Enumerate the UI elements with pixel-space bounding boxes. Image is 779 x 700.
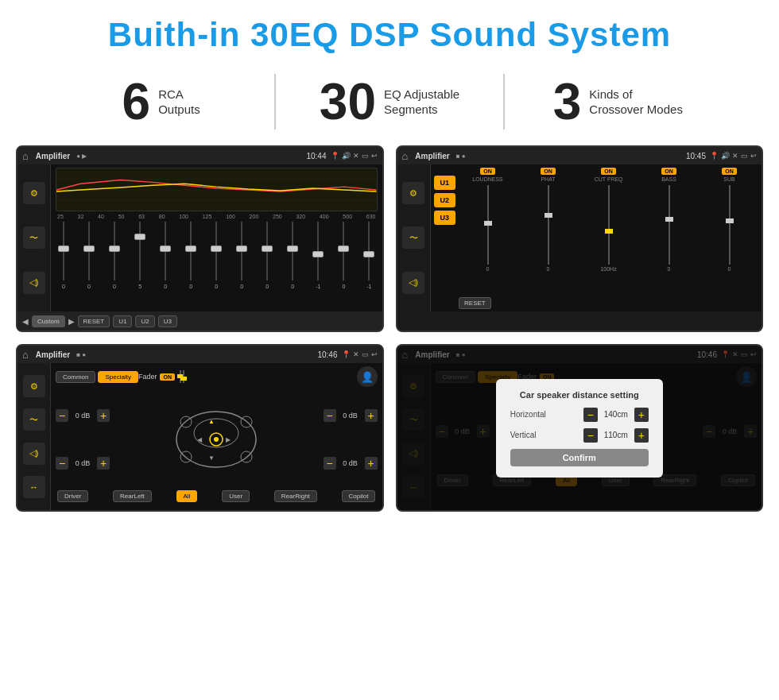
u2-btn[interactable]: U2 <box>135 315 154 327</box>
u3-btn[interactable]: U3 <box>158 315 177 327</box>
ctrl-bass: ON BASS 0 <box>640 168 698 273</box>
plus-br[interactable]: + <box>365 457 378 470</box>
fader-bottom: Driver RearLeft All User RearRight Copil… <box>56 490 378 502</box>
volume-icon-2: 🔊 <box>721 152 730 160</box>
play-icon[interactable]: ▶ <box>68 317 75 326</box>
speaker-icon-btn-2[interactable]: ◁) <box>402 272 424 294</box>
custom-btn[interactable]: Custom <box>32 315 65 327</box>
crossover-reset[interactable]: RESET <box>459 297 491 309</box>
rearleft-btn[interactable]: RearLeft <box>113 490 152 502</box>
eq-slider-4[interactable]: 0 <box>159 222 172 289</box>
app-name-3: Amplifier <box>36 350 70 359</box>
car-svg: ▲ ▼ ◀ ▶ <box>169 400 264 479</box>
volume-icon-1: 🔊 <box>342 152 351 160</box>
speaker-icon-btn-3[interactable]: ◁) <box>23 443 45 465</box>
loudness-on[interactable]: ON <box>480 168 495 175</box>
back-icon-2: ↩ <box>750 152 757 160</box>
status-bar-3: ⌂ Amplifier ■ ● 10:46 📍 ✕ ▭ ↩ <box>17 346 382 363</box>
stat-number-crossover: 3 <box>553 76 582 127</box>
vertical-label: Vertical <box>510 431 562 439</box>
user-icon[interactable]: 👤 <box>357 366 378 387</box>
location-icon-1: 📍 <box>331 152 339 160</box>
dialog-row-vertical: Vertical − 110cm + <box>510 428 649 443</box>
bass-on[interactable]: ON <box>661 168 676 175</box>
svg-text:▲: ▲ <box>208 418 215 425</box>
horizontal-minus[interactable]: − <box>583 408 598 422</box>
reset-btn[interactable]: RESET <box>78 315 110 327</box>
stat-eq: 30 EQ Adjustable Segments <box>276 76 502 127</box>
minus-tr[interactable]: − <box>324 409 336 422</box>
vol-row-tr: − 0 dB + <box>324 409 378 422</box>
time-1: 10:44 <box>306 152 326 160</box>
left-panel-3: ⚙ 〜 ◁) ↔ <box>17 363 51 510</box>
eq-graph <box>56 168 378 211</box>
eq-slider-10[interactable]: -1 <box>312 222 324 289</box>
driver-btn[interactable]: Driver <box>57 490 88 502</box>
car-fader-layout: − 0 dB + − 0 dB + <box>56 392 378 487</box>
copilot-btn[interactable]: Copilot <box>342 490 376 502</box>
rearright-btn[interactable]: RearRight <box>274 490 317 502</box>
u1-btn[interactable]: U1 <box>113 315 132 327</box>
battery-icon-2: ▭ <box>741 152 748 160</box>
prev-icon[interactable]: ◀ <box>22 317 29 326</box>
eq-slider-11[interactable]: 0 <box>337 222 350 289</box>
plus-bl[interactable]: + <box>97 457 110 470</box>
battery-icon-1: ▭ <box>362 152 369 160</box>
app-name-1: Amplifier <box>36 152 70 160</box>
ctrl-cutfreq: ON CUT FREQ 100Hz <box>579 168 638 273</box>
minus-bl[interactable]: − <box>56 457 68 470</box>
plus-tr[interactable]: + <box>365 409 378 422</box>
minus-tl[interactable]: − <box>56 409 68 422</box>
horizontal-value: 140cm <box>601 410 631 419</box>
eq-bottom-bar: ◀ Custom ▶ RESET U1 U2 U3 <box>17 311 382 331</box>
u3-button[interactable]: U3 <box>434 211 456 225</box>
eq-slider-6[interactable]: 0 <box>210 222 223 289</box>
ctrl-loudness: ON LOUDNESS 0 <box>459 168 517 273</box>
tab-specialty[interactable]: Specialty <box>98 371 138 383</box>
location-icon-2: 📍 <box>710 152 719 160</box>
vertical-control: − 110cm + <box>583 428 649 443</box>
eq-slider-0[interactable]: 0 <box>57 222 70 289</box>
eq-slider-5[interactable]: 0 <box>184 222 197 289</box>
tab-common[interactable]: Common <box>56 371 95 383</box>
confirm-button[interactable]: Confirm <box>510 449 649 466</box>
svg-text:▼: ▼ <box>208 454 215 462</box>
screen-crossover: ⌂ Amplifier ■ ● 10:45 📍 🔊 ✕ ▭ ↩ ⚙ 〜 ◁) <box>396 145 764 332</box>
sub-on[interactable]: ON <box>722 168 737 175</box>
phat-on[interactable]: ON <box>541 168 556 175</box>
wave-icon-btn-3[interactable]: 〜 <box>23 408 45 431</box>
all-btn[interactable]: All <box>176 490 198 502</box>
u1-button[interactable]: U1 <box>434 176 456 190</box>
horizontal-plus[interactable]: + <box>634 408 649 422</box>
cutfreq-on[interactable]: ON <box>601 168 616 175</box>
wave-icon-btn-2[interactable]: 〜 <box>402 226 424 249</box>
status-bar-2: ⌂ Amplifier ■ ● 10:45 📍 🔊 ✕ ▭ ↩ <box>397 147 762 164</box>
u2-button[interactable]: U2 <box>434 193 456 207</box>
user-btn[interactable]: User <box>222 490 250 502</box>
eq-slider-3[interactable]: 5 <box>134 222 146 289</box>
vertical-minus[interactable]: − <box>583 428 598 443</box>
fader-label-area: Fader ON <box>138 370 184 383</box>
eq-slider-2[interactable]: 0 <box>108 222 121 289</box>
eq-slider-7[interactable]: 0 <box>235 222 248 289</box>
speaker-icon-btn[interactable]: ◁) <box>23 272 45 294</box>
minus-br[interactable]: − <box>324 457 336 470</box>
eq-slider-8[interactable]: 0 <box>261 222 273 289</box>
screen-fader: ⌂ Amplifier ■ ● 10:46 📍 ✕ ▭ ↩ ⚙ 〜 ◁) ↔ <box>16 344 384 512</box>
dialog-title: Car speaker distance setting <box>510 390 649 400</box>
eq-icon-btn[interactable]: ⚙ <box>23 182 45 204</box>
eq-slider-12[interactable]: -1 <box>362 222 375 289</box>
eq-icon-btn-2[interactable]: ⚙ <box>402 182 424 204</box>
vertical-plus[interactable]: + <box>634 428 649 443</box>
wave-icon-btn[interactable]: 〜 <box>23 226 45 249</box>
vertical-value: 110cm <box>601 431 631 439</box>
plus-tl[interactable]: + <box>97 409 110 422</box>
left-panel-1: ⚙ 〜 ◁) <box>17 164 51 311</box>
dialog-row-horizontal: Horizontal − 140cm + <box>510 408 649 422</box>
eq-slider-1[interactable]: 0 <box>83 222 95 289</box>
arrow-icon-btn-3[interactable]: ↔ <box>23 476 45 498</box>
fader-on[interactable]: ON <box>160 373 175 381</box>
eq-icon-btn-3[interactable]: ⚙ <box>23 375 45 397</box>
eq-slider-9[interactable]: 0 <box>286 222 299 289</box>
svg-text:▶: ▶ <box>226 436 231 443</box>
